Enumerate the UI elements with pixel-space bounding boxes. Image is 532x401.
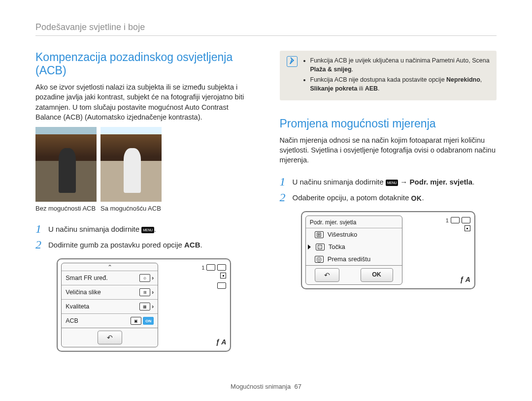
sd-card-icon — [451, 217, 460, 223]
quality-icon: ▦ — [139, 303, 150, 310]
footer: Mogućnosti snimanja 67 — [0, 383, 532, 390]
metering-icon — [465, 225, 470, 231]
back-button[interactable]: ↶ — [315, 268, 339, 282]
menu-item-acb[interactable]: ACB ▣ON — [62, 313, 158, 328]
heading-metering: Promjena mogućnosti mjerenja — [280, 117, 497, 130]
option-center[interactable]: ◎ Prema središtu — [306, 253, 402, 265]
step-number-2b: 2 — [280, 191, 293, 203]
battery-icon — [217, 264, 226, 271]
step-number-1b: 1 — [280, 176, 293, 187]
flash-icon: ƒ A — [460, 276, 470, 283]
info-note-line1: Funkcija ACB je uvijek uključena u način… — [310, 56, 490, 74]
sd-card-icon — [206, 264, 215, 271]
toggle-on-button[interactable]: ON — [143, 317, 154, 325]
size-icon: ⊞ — [139, 288, 150, 296]
menu-item-quality[interactable]: Kvaliteta ▦› — [62, 299, 158, 313]
step-number-2: 2 — [35, 239, 48, 250]
center-icon: ◎ — [315, 256, 324, 263]
ok-button[interactable]: OK — [361, 268, 393, 282]
step2-text: Dodirnite gumb za postavku pored opcije … — [48, 239, 202, 249]
lcd-acb-menu: ⌃ Smart FR uređ. ☺› Veličina slike ⊞› Kv… — [57, 258, 231, 352]
example-images: Bez mogućnosti ACB Sa mogućnošću ACB — [35, 127, 253, 212]
option-spot[interactable]: ⊡ Točka — [306, 241, 402, 253]
multi-icon: ⊞ — [315, 231, 324, 238]
counter: 1 — [201, 265, 204, 271]
flash-icon: ƒ A — [216, 338, 226, 346]
chevron-up-icon[interactable]: ⌃ — [62, 263, 158, 271]
para-acb: Ako se izvor svjetlosti nalazi iza subje… — [35, 82, 253, 122]
thumb-with-acb — [100, 127, 162, 202]
heading-acb: Kompenzacija pozadinskog osvjetljenja (A… — [35, 51, 253, 77]
step1-text: U načinu snimanja dodirnite MENU. — [48, 223, 156, 233]
acb-icon: ▣ — [131, 317, 141, 325]
step2b-text: Odaberite opciju, a potom dotaknite OK. — [293, 191, 424, 202]
back-button[interactable]: ↶ — [98, 331, 122, 344]
chevron-right-icon: › — [152, 303, 154, 310]
chevron-right-icon: › — [152, 289, 154, 296]
menu-item-image-size[interactable]: Veličina slike ⊞› — [62, 285, 158, 299]
menu-title: Podr. mjer. svjetla — [306, 216, 402, 228]
lcd-metering-menu: Podr. mjer. svjetla ⊞ Višestruko ⊡ Točka — [301, 211, 475, 289]
face-icon: ☺ — [139, 274, 150, 282]
step1b-text: U načinu snimanja dodirnite MENU → Podr.… — [293, 176, 475, 186]
menu-icon: MENU — [386, 180, 398, 186]
spot-icon: ⊡ — [316, 244, 325, 250]
info-note-line2: Funkcija ACB nije dostupna kada postavit… — [310, 75, 490, 93]
caption-without: Bez mogućnosti ACB — [35, 205, 97, 212]
counter: 1 — [446, 217, 449, 223]
ok-inline-icon: OK — [411, 194, 422, 202]
caption-with: Sa mogućnošću ACB — [100, 205, 162, 212]
para-metering: Način mjerenja odnosi se na način kojim … — [280, 135, 497, 165]
metering-icon — [220, 273, 226, 278]
note-icon — [287, 56, 298, 67]
thumb-without-acb — [35, 127, 97, 202]
menu-item-smart-fr[interactable]: Smart FR uređ. ☺› — [62, 271, 158, 285]
step-number-1: 1 — [35, 223, 48, 235]
info-note: Funkcija ACB je uvijek uključena u način… — [280, 51, 497, 100]
battery-icon — [462, 217, 470, 223]
selected-arrow-icon — [308, 245, 311, 249]
menu-icon: MENU — [141, 227, 154, 233]
breadcrumb: Podešavanje svjetline i boje — [35, 22, 497, 36]
option-multi[interactable]: ⊞ Višestruko — [306, 228, 402, 241]
mode-icon — [217, 282, 226, 289]
chevron-right-icon: › — [152, 275, 154, 281]
